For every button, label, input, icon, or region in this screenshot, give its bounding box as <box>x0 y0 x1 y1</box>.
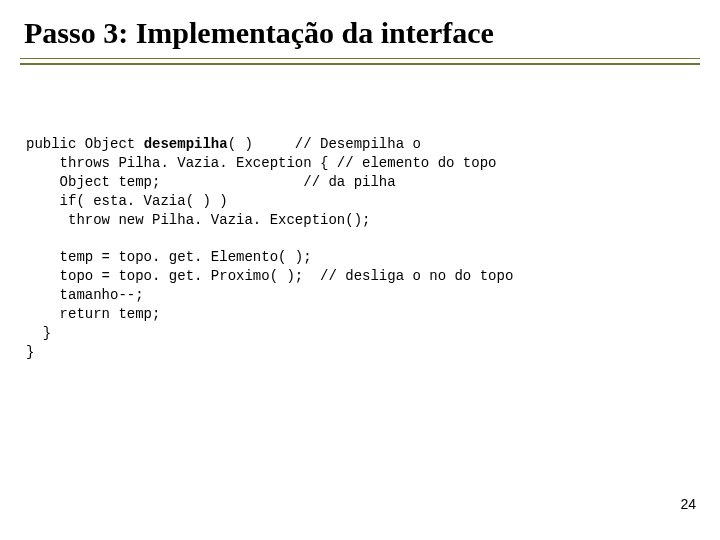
slide-title: Passo 3: Implementação da interface <box>20 12 700 56</box>
code-block: public Object desempilha( ) // Desempilh… <box>26 135 700 362</box>
code-line-12: } <box>26 344 34 360</box>
slide: Passo 3: Implementação da interface publ… <box>0 0 720 540</box>
code-line-1a: public Object <box>26 136 144 152</box>
code-line-9: tamanho--; <box>26 287 144 303</box>
code-line-3: Object temp; // da pilha <box>26 174 396 190</box>
page-number: 24 <box>680 496 696 512</box>
code-line-1c: ( ) // Desempilha o <box>228 136 421 152</box>
code-method-name: desempilha <box>144 136 228 152</box>
code-line-7: temp = topo. get. Elemento( ); <box>26 249 312 265</box>
code-line-4: if( esta. Vazia( ) ) <box>26 193 228 209</box>
title-rule-inner: Passo 3: Implementação da interface <box>20 12 700 59</box>
code-line-10: return temp; <box>26 306 160 322</box>
code-line-2: throws Pilha. Vazia. Exception { // elem… <box>26 155 496 171</box>
title-rule-outer: Passo 3: Implementação da interface <box>20 12 700 65</box>
code-line-11: } <box>26 325 51 341</box>
code-line-5: throw new Pilha. Vazia. Exception(); <box>26 212 370 228</box>
code-line-8: topo = topo. get. Proximo( ); // desliga… <box>26 268 513 284</box>
